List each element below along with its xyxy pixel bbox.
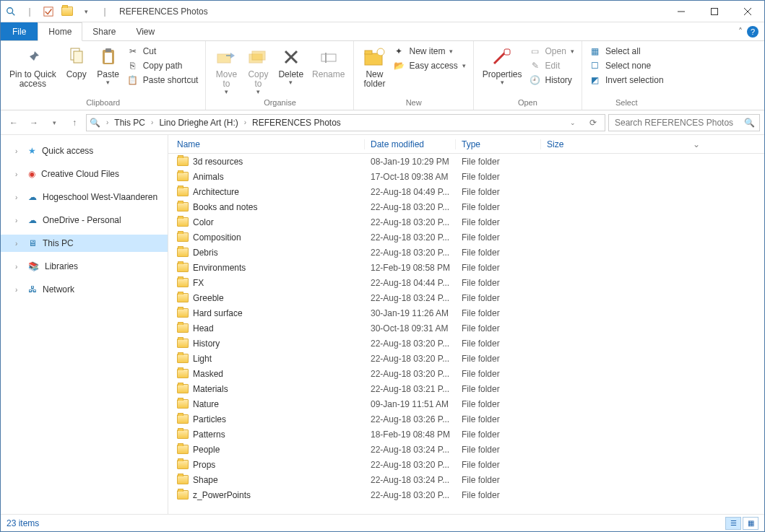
table-row[interactable]: z_PowerPoints22-Aug-18 03:20 P...File fo… bbox=[168, 487, 764, 502]
close-button[interactable] bbox=[731, 1, 764, 22]
table-row[interactable]: Debris22-Aug-18 03:20 P...File folder bbox=[168, 245, 764, 260]
file-type: File folder bbox=[456, 399, 541, 409]
open-button[interactable]: ▭Open ▾ bbox=[530, 45, 574, 57]
qat-folder-icon[interactable] bbox=[59, 3, 76, 20]
search-input[interactable] bbox=[613, 117, 744, 128]
table-row[interactable]: Environments12-Feb-19 08:58 PMFile folde… bbox=[168, 260, 764, 275]
folder-icon bbox=[177, 399, 189, 409]
copy-path-button[interactable]: ⎘Copy path bbox=[127, 60, 199, 71]
svg-rect-10 bbox=[105, 53, 112, 63]
breadcrumb-item[interactable]: Lino Drieghe Art (H:) bbox=[159, 118, 238, 128]
folder-icon bbox=[177, 429, 189, 439]
select-all-button[interactable]: ▦Select all bbox=[589, 45, 664, 57]
nav-onedrive[interactable]: ›☁OneDrive - Personal bbox=[1, 212, 168, 229]
copy-icon bbox=[65, 45, 88, 69]
table-row[interactable]: Head30-Oct-18 09:31 AMFile folder bbox=[168, 320, 764, 336]
chevron-right-icon[interactable]: › bbox=[148, 118, 156, 126]
nav-up-button[interactable]: ↑ bbox=[66, 114, 83, 131]
file-name: History bbox=[193, 339, 220, 349]
rename-button[interactable]: Rename bbox=[308, 44, 349, 81]
table-row[interactable]: 3d resources08-Jan-19 10:29 PMFile folde… bbox=[168, 154, 764, 169]
column-name[interactable]: Name bbox=[168, 139, 365, 149]
table-row[interactable]: Color22-Aug-18 03:20 P...File folder bbox=[168, 214, 764, 230]
nav-recent-button[interactable]: ▾ bbox=[46, 114, 63, 131]
tab-home[interactable]: Home bbox=[38, 22, 82, 41]
search-box[interactable]: 🔍 bbox=[608, 114, 760, 131]
table-row[interactable]: Particles22-Aug-18 03:26 P...File folder bbox=[168, 411, 764, 427]
table-row[interactable]: People22-Aug-18 03:24 P...File folder bbox=[168, 442, 764, 457]
tab-share[interactable]: Share bbox=[82, 22, 126, 40]
copy-to-button[interactable]: Copy to▾ bbox=[242, 44, 274, 97]
table-row[interactable]: Hard surface30-Jan-19 11:26 AMFile folde… bbox=[168, 305, 764, 320]
breadcrumb-item[interactable]: This PC bbox=[114, 118, 145, 128]
invert-selection-button[interactable]: ◩Invert selection bbox=[589, 74, 664, 86]
copy-button[interactable]: Copy bbox=[61, 44, 92, 81]
table-row[interactable]: Animals17-Oct-18 09:38 AMFile folder bbox=[168, 169, 764, 184]
folder-icon bbox=[177, 263, 189, 272]
pin-to-quick-access-button[interactable]: Pin to Quick access bbox=[5, 44, 61, 90]
view-icons-button[interactable]: ▦ bbox=[743, 517, 758, 530]
column-size[interactable]: Size bbox=[541, 139, 628, 149]
new-folder-button[interactable]: New folder bbox=[358, 44, 390, 90]
qat-search-icon[interactable] bbox=[2, 3, 20, 20]
chevron-right-icon[interactable]: › bbox=[103, 118, 111, 126]
addr-dropdown[interactable]: ⌄ bbox=[564, 114, 582, 131]
minimize-button[interactable] bbox=[665, 1, 698, 22]
table-row[interactable]: FX22-Aug-18 04:44 P...File folder bbox=[168, 275, 764, 290]
invert-selection-icon: ◩ bbox=[589, 74, 601, 86]
table-row[interactable]: Shape22-Aug-18 03:24 P...File folder bbox=[168, 472, 764, 487]
qat-dropdown[interactable]: ▾ bbox=[77, 3, 95, 20]
ribbon-collapse[interactable]: ˄ ? bbox=[738, 22, 764, 40]
table-row[interactable]: Greeble22-Aug-18 03:24 P...File folder bbox=[168, 290, 764, 305]
file-type: File folder bbox=[456, 414, 541, 424]
new-item-button[interactable]: ✦New item ▾ bbox=[393, 45, 465, 57]
maximize-button[interactable] bbox=[698, 1, 731, 22]
history-button[interactable]: 🕘History bbox=[530, 74, 574, 86]
cut-button[interactable]: ✂Cut bbox=[127, 45, 199, 57]
easy-access-button[interactable]: 📂Easy access ▾ bbox=[393, 60, 465, 71]
file-name: Color bbox=[193, 217, 214, 227]
table-row[interactable]: Nature09-Jan-19 11:51 AMFile folder bbox=[168, 396, 764, 411]
table-row[interactable]: Books and notes22-Aug-18 03:20 P...File … bbox=[168, 199, 764, 214]
file-type: File folder bbox=[456, 293, 541, 303]
chevron-right-icon[interactable]: › bbox=[241, 118, 249, 126]
table-row[interactable]: Patterns18-Feb-19 08:48 PMFile folder bbox=[168, 427, 764, 442]
qat-check-icon[interactable] bbox=[40, 3, 57, 20]
nav-libraries[interactable]: ›📚Libraries bbox=[1, 258, 168, 275]
nav-back-button[interactable]: ← bbox=[5, 114, 22, 131]
move-to-button[interactable]: Move to▾ bbox=[210, 44, 242, 97]
table-row[interactable]: Props22-Aug-18 03:20 P...File folder bbox=[168, 457, 764, 472]
table-row[interactable]: Masked22-Aug-18 03:20 P...File folder bbox=[168, 366, 764, 381]
table-row[interactable]: Composition22-Aug-18 03:20 P...File fold… bbox=[168, 230, 764, 245]
file-date: 17-Oct-18 09:38 AM bbox=[365, 172, 456, 182]
tab-file[interactable]: File bbox=[1, 22, 38, 40]
table-row[interactable]: Light22-Aug-18 03:20 P...File folder bbox=[168, 351, 764, 366]
onedrive-icon: ☁ bbox=[28, 215, 37, 225]
table-row[interactable]: Architecture22-Aug-18 04:49 P...File fol… bbox=[168, 184, 764, 199]
nav-this-pc[interactable]: ›🖥This PC bbox=[1, 235, 168, 252]
table-row[interactable]: Materials22-Aug-18 03:21 P...File folder bbox=[168, 381, 764, 396]
paste-shortcut-button[interactable]: 📋Paste shortcut bbox=[127, 74, 199, 86]
column-type[interactable]: Type bbox=[456, 139, 541, 149]
nav-hogeschool[interactable]: ›☁Hogeschool West-Vlaanderen bbox=[1, 188, 168, 206]
table-row[interactable]: History22-Aug-18 03:20 P...File folder bbox=[168, 336, 764, 351]
delete-button[interactable]: Delete▾ bbox=[274, 44, 308, 88]
file-name: People bbox=[193, 445, 220, 455]
refresh-button[interactable]: ⟳ bbox=[584, 114, 602, 131]
help-icon[interactable]: ? bbox=[747, 26, 758, 38]
select-none-button[interactable]: ☐Select none bbox=[589, 60, 664, 71]
nav-network[interactable]: ›🖧Network bbox=[1, 281, 168, 298]
edit-button[interactable]: ✎Edit bbox=[530, 60, 574, 71]
properties-button[interactable]: Properties▾ bbox=[478, 44, 527, 88]
view-details-button[interactable]: ☰ bbox=[725, 517, 741, 530]
nav-forward-button[interactable]: → bbox=[25, 114, 43, 131]
chevron-down-icon[interactable]: ⌄ bbox=[628, 139, 764, 149]
nav-creative-cloud[interactable]: ›◉Creative Cloud Files bbox=[1, 165, 168, 183]
nav-quick-access[interactable]: ›★Quick access bbox=[1, 142, 168, 160]
file-date: 22-Aug-18 03:26 P... bbox=[365, 414, 456, 424]
breadcrumb-item[interactable]: REFERENCES Photos bbox=[252, 118, 341, 128]
breadcrumb-bar[interactable]: 🔍 › This PC › Lino Drieghe Art (H:) › RE… bbox=[86, 114, 605, 131]
column-date[interactable]: Date modified bbox=[365, 139, 456, 149]
tab-view[interactable]: View bbox=[126, 22, 165, 40]
paste-button[interactable]: Paste ▾ bbox=[92, 44, 124, 88]
